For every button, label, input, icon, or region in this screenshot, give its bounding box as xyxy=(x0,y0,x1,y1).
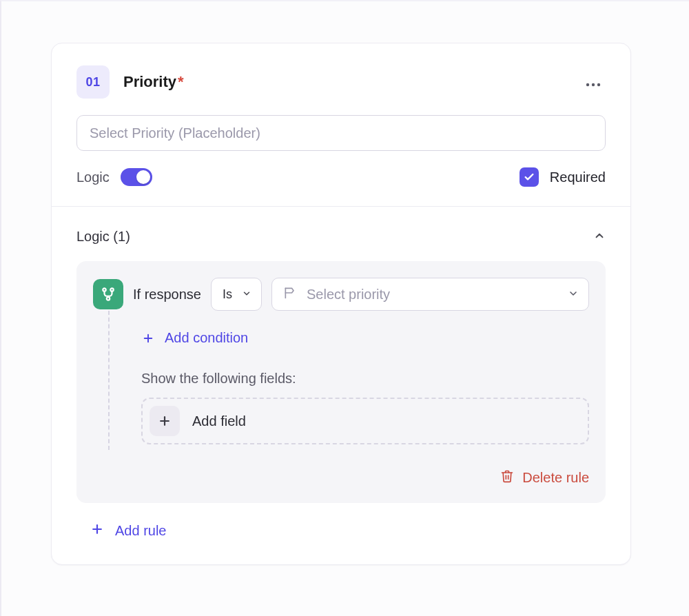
value-placeholder: Select priority xyxy=(307,287,390,302)
flag-icon xyxy=(283,286,297,303)
logic-section-header[interactable]: Logic (1) xyxy=(76,229,606,245)
delete-rule-button[interactable]: Delete rule xyxy=(500,469,589,486)
add-condition-label: Add condition xyxy=(165,330,248,346)
svg-point-5 xyxy=(107,297,110,300)
value-select[interactable]: Select priority xyxy=(271,278,589,311)
checkmark-icon xyxy=(524,172,535,183)
field-card: 01 Priority* Select Priority (Placeholde… xyxy=(51,43,631,565)
plus-icon xyxy=(90,522,104,540)
chevron-up-icon xyxy=(593,229,606,245)
priority-select-placeholder: Select Priority (Placeholder) xyxy=(90,125,260,141)
chevron-down-icon xyxy=(568,287,579,302)
field-title: Priority* xyxy=(123,73,184,91)
logic-toggle[interactable] xyxy=(121,168,152,186)
logic-toggle-label: Logic xyxy=(76,170,110,185)
field-title-text: Priority xyxy=(123,73,176,90)
if-response-label: If response xyxy=(133,287,201,302)
add-rule-button[interactable]: Add rule xyxy=(76,522,167,540)
chevron-down-icon xyxy=(242,287,251,302)
svg-point-0 xyxy=(586,83,589,86)
logic-section: Logic (1) If r xyxy=(52,207,630,564)
add-field-area[interactable]: Add field xyxy=(141,398,589,444)
show-fields-label: Show the following fields: xyxy=(141,371,589,387)
operator-select[interactable]: Is xyxy=(211,278,262,311)
operator-value: Is xyxy=(223,287,232,302)
branch-icon xyxy=(93,279,123,309)
plus-icon xyxy=(141,331,155,345)
required-checkbox[interactable] xyxy=(520,167,539,187)
plus-icon xyxy=(158,414,172,428)
add-condition-button[interactable]: Add condition xyxy=(141,327,248,349)
add-field-label: Add field xyxy=(192,413,246,429)
field-card-header: 01 Priority* Select Priority (Placeholde… xyxy=(52,43,630,206)
logic-rule: If response Is Select priority xyxy=(76,261,606,503)
required-asterisk: * xyxy=(178,73,184,90)
add-rule-label: Add rule xyxy=(115,523,167,539)
logic-section-title: Logic (1) xyxy=(76,229,130,245)
field-index-badge: 01 xyxy=(76,65,110,99)
rule-tree: Add condition Show the following fields:… xyxy=(108,311,589,450)
required-label: Required xyxy=(550,170,606,185)
trash-icon xyxy=(500,469,514,486)
priority-select[interactable]: Select Priority (Placeholder) xyxy=(76,115,606,151)
svg-point-1 xyxy=(592,83,595,86)
add-field-plus xyxy=(150,406,180,436)
svg-point-2 xyxy=(597,83,600,86)
delete-rule-label: Delete rule xyxy=(522,470,589,486)
more-icon xyxy=(586,73,601,91)
more-menu-button[interactable] xyxy=(581,70,606,94)
